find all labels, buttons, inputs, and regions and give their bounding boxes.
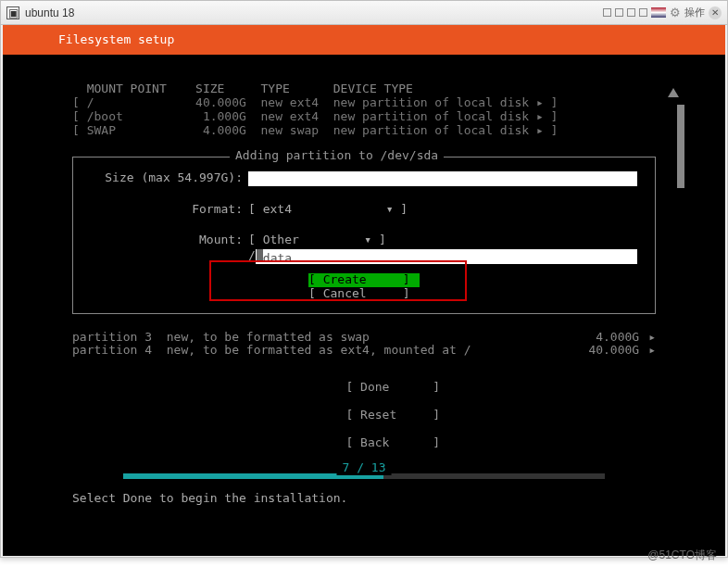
mount-label: Mount: — [91, 233, 248, 247]
locale-flag-icon — [651, 7, 666, 18]
dialog-buttons: [ Create ] [ Cancel ] — [91, 273, 637, 301]
action-menu[interactable]: 操作 — [684, 6, 705, 19]
tb-btn-4[interactable] — [639, 8, 647, 17]
app-icon: ▣ — [6, 6, 19, 19]
table-row[interactable]: [ / 40.000G new ext4 new partition of lo… — [72, 96, 725, 110]
format-row: Format: [ ext4 ▾ ] — [91, 203, 637, 217]
pending-partitions: partition 3 new, to be formatted as swap… — [3, 314, 725, 359]
progress: 7 / 13 — [123, 470, 605, 483]
list-item[interactable]: partition 4 new, to be formatted as ext4… — [72, 344, 656, 358]
content-area: MOUNT POINT SIZE TYPE DEVICE TYPE [ / 40… — [3, 55, 725, 506]
page-title: Filesystem setup — [58, 33, 174, 47]
list-item[interactable]: partition 3 new, to be formatted as swap… — [72, 331, 656, 345]
titlebar: ▣ ubuntu 18 ⚙ 操作 ✕ — [1, 1, 727, 25]
back-button[interactable]: [ Back ] — [345, 435, 440, 449]
chevron-right-icon: ▸ — [639, 344, 656, 358]
vm-window: ▣ ubuntu 18 ⚙ 操作 ✕ Filesystem setup MOUN… — [0, 0, 728, 558]
window-title: ubuntu 18 — [25, 6, 74, 19]
format-dropdown[interactable]: [ ext4 ▾ ] — [248, 203, 408, 217]
mount-row: Mount: [ Other ▾ ] / data — [91, 233, 637, 264]
partition-table-header: MOUNT POINT SIZE TYPE DEVICE TYPE — [72, 82, 725, 96]
size-input[interactable] — [248, 171, 637, 186]
cancel-button[interactable]: [ Cancel ] — [308, 287, 420, 301]
table-row[interactable]: [ SWAP 4.000G new swap new partition of … — [72, 124, 725, 138]
partition-table: MOUNT POINT SIZE TYPE DEVICE TYPE [ / 40… — [3, 82, 725, 138]
progress-label: 7 / 13 — [337, 461, 392, 475]
create-button[interactable]: [ Create ] — [308, 273, 420, 287]
add-partition-dialog: Adding partition to /dev/sda Size (max 5… — [72, 157, 656, 314]
done-button[interactable]: [ Done ] — [345, 380, 440, 394]
reset-button[interactable]: [ Reset ] — [345, 408, 440, 422]
titlebar-controls: ⚙ 操作 ✕ — [603, 6, 722, 19]
table-row[interactable]: [ /boot 1.000G new ext4 new partition of… — [72, 110, 725, 124]
cursor-icon — [257, 249, 263, 262]
nav-buttons: [ Done ] [ Reset ] [ Back ] — [3, 367, 725, 464]
watermark: @51CTO博客 — [647, 548, 717, 563]
size-label: Size (max 54.997G): — [91, 171, 248, 185]
format-label: Format: — [91, 203, 248, 217]
scroll-up-icon[interactable] — [668, 88, 679, 97]
hint-text: Select Done to begin the installation. — [3, 483, 725, 506]
gear-icon[interactable]: ⚙ — [670, 6, 681, 19]
mount-prefix: / — [248, 249, 256, 263]
size-row: Size (max 54.997G): — [91, 171, 637, 186]
tb-btn-1[interactable] — [603, 8, 611, 17]
installer-console: Filesystem setup MOUNT POINT SIZE TYPE D… — [3, 25, 725, 556]
tb-btn-3[interactable] — [627, 8, 635, 17]
mount-dropdown[interactable]: [ Other ▾ ] — [248, 233, 386, 247]
mount-path-input[interactable]: data — [256, 249, 637, 264]
close-icon[interactable]: ✕ — [709, 6, 722, 19]
dialog-title: Adding partition to /dev/sda — [230, 149, 444, 163]
chevron-right-icon: ▸ — [639, 331, 656, 345]
page-header: Filesystem setup — [3, 25, 725, 55]
tb-btn-2[interactable] — [615, 8, 623, 17]
scrollbar[interactable] — [677, 105, 684, 188]
